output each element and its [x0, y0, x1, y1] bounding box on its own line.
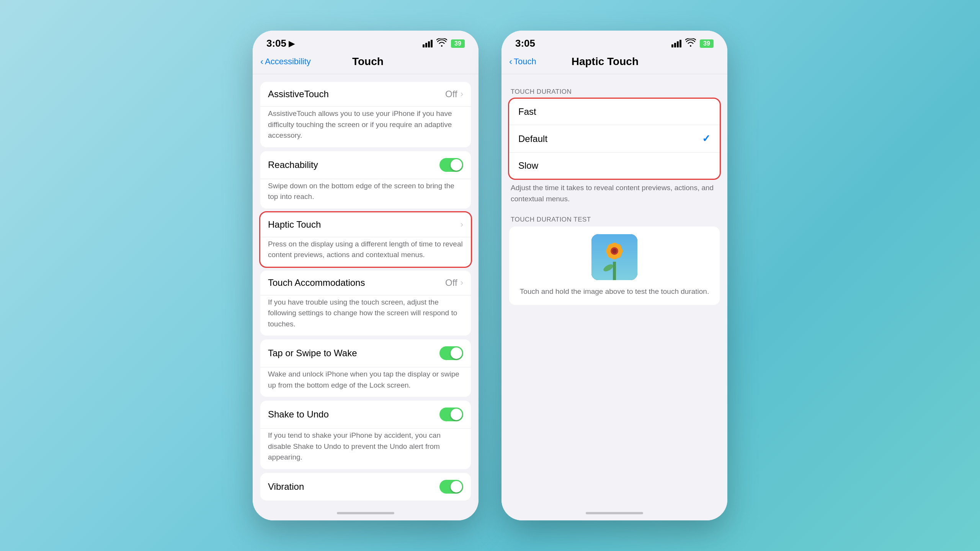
status-bar-right: 3:05 39 — [501, 31, 727, 52]
haptic-touch-section: Haptic Touch › Press on the display usin… — [260, 212, 471, 267]
vibration-row[interactable]: Vibration — [260, 473, 471, 500]
flower-svg — [591, 234, 637, 280]
back-label-left: Accessibility — [265, 57, 311, 67]
nav-back-right[interactable]: ‹ Touch — [509, 56, 536, 67]
touch-duration-label: TOUCH DURATION — [501, 82, 727, 99]
nav-bar-right: ‹ Touch Haptic Touch — [501, 52, 727, 74]
back-chevron-left: ‹ — [260, 56, 263, 67]
tap-swipe-label: Tap or Swipe to Wake — [268, 348, 439, 359]
reachability-desc: Swipe down on the bottom edge of the scr… — [260, 179, 471, 209]
back-chevron-right: ‹ — [509, 56, 512, 67]
haptic-touch-desc: Press on the display using a different l… — [260, 237, 471, 267]
touch-accommodations-desc: If you have trouble using the touch scre… — [260, 295, 471, 336]
location-icon: ▶ — [289, 39, 294, 48]
nav-title-right: Haptic Touch — [536, 55, 674, 68]
touch-accommodations-chevron: › — [461, 278, 463, 288]
touch-accommodations-row[interactable]: Touch Accommodations Off › — [260, 271, 471, 295]
reachability-label: Reachability — [268, 160, 439, 170]
shake-undo-desc: If you tend to shake your iPhone by acci… — [260, 429, 471, 469]
flower-bg — [591, 234, 637, 280]
signal-bars-right — [671, 40, 681, 47]
tap-swipe-desc: Wake and unlock iPhone when you tap the … — [260, 367, 471, 397]
vibration-section: Vibration — [260, 473, 471, 500]
assistive-touch-chevron: › — [461, 89, 463, 99]
nav-bar-left: ‹ Accessibility Touch — [253, 52, 479, 74]
svg-point-9 — [612, 249, 617, 253]
reachability-toggle[interactable] — [439, 158, 463, 172]
nav-back-left[interactable]: ‹ Accessibility — [260, 56, 311, 67]
flower-image[interactable] — [591, 234, 637, 280]
test-description: Touch and hold the image above to test t… — [520, 286, 709, 297]
vibration-label: Vibration — [268, 481, 439, 492]
left-phone: 3:05 ▶ 39 ‹ Accessib — [253, 31, 479, 520]
reachability-section: Reachability Swipe down on the bottom ed… — [260, 151, 471, 209]
haptic-touch-chevron: › — [461, 220, 463, 230]
right-phone: 3:05 39 ‹ Touch H — [501, 31, 727, 520]
status-time-left: 3:05 ▶ — [266, 37, 294, 49]
settings-content-left: AssistiveTouch Off › AssistiveTouch allo… — [253, 74, 479, 520]
reachability-row[interactable]: Reachability — [260, 151, 471, 179]
home-indicator-right — [586, 512, 643, 514]
status-icons-left: 39 — [423, 38, 465, 49]
assistive-touch-section: AssistiveTouch Off › AssistiveTouch allo… — [260, 82, 471, 147]
shake-undo-section: Shake to Undo If you tend to shake your … — [260, 401, 471, 469]
wifi-icon-left — [436, 38, 447, 49]
assistive-touch-label: AssistiveTouch — [268, 89, 445, 99]
battery-icon-right: 39 — [700, 39, 714, 48]
duration-default-checkmark: ✓ — [702, 133, 710, 145]
adjust-description: Adjust the time it takes to reveal conte… — [501, 181, 727, 210]
assistive-touch-desc: AssistiveTouch allows you to use your iP… — [260, 107, 471, 147]
touch-test-section: Touch and hold the image above to test t… — [509, 227, 720, 305]
nav-title-left: Touch — [311, 55, 425, 68]
back-label-right: Touch — [514, 57, 536, 67]
duration-default-label: Default — [518, 134, 702, 144]
home-indicator-left — [337, 512, 394, 514]
shake-undo-row[interactable]: Shake to Undo — [260, 401, 471, 429]
tap-swipe-toggle[interactable] — [439, 346, 463, 360]
tap-swipe-section: Tap or Swipe to Wake Wake and unlock iPh… — [260, 339, 471, 397]
duration-default-row[interactable]: Default ✓ — [509, 125, 720, 153]
assistive-touch-row[interactable]: AssistiveTouch Off › — [260, 82, 471, 107]
settings-content-right: TOUCH DURATION Fast Default ✓ Slow Adjus… — [501, 74, 727, 520]
haptic-touch-row[interactable]: Haptic Touch › — [260, 212, 471, 237]
vibration-toggle[interactable] — [439, 480, 463, 494]
touch-duration-test-label: TOUCH DURATION TEST — [501, 210, 727, 227]
duration-fast-row[interactable]: Fast — [509, 99, 720, 125]
haptic-touch-label: Haptic Touch — [268, 219, 461, 230]
touch-accommodations-value: Off — [445, 277, 457, 288]
signal-bars-left — [423, 40, 433, 47]
touch-accommodations-section: Touch Accommodations Off › If you have t… — [260, 271, 471, 336]
wifi-icon-right — [685, 38, 696, 49]
duration-options-section: Fast Default ✓ Slow — [509, 99, 720, 179]
status-icons-right: 39 — [671, 38, 714, 49]
touch-accommodations-label: Touch Accommodations — [268, 277, 445, 288]
duration-slow-row[interactable]: Slow — [509, 153, 720, 179]
shake-undo-label: Shake to Undo — [268, 409, 439, 420]
status-bar-left: 3:05 ▶ 39 — [253, 31, 479, 52]
battery-icon-left: 39 — [451, 39, 465, 48]
svg-rect-2 — [613, 262, 616, 280]
duration-slow-label: Slow — [518, 160, 710, 171]
duration-fast-label: Fast — [518, 106, 710, 117]
shake-undo-toggle[interactable] — [439, 408, 463, 421]
assistive-touch-value: Off — [445, 89, 457, 99]
status-time-right: 3:05 — [515, 37, 535, 49]
tap-swipe-row[interactable]: Tap or Swipe to Wake — [260, 339, 471, 367]
